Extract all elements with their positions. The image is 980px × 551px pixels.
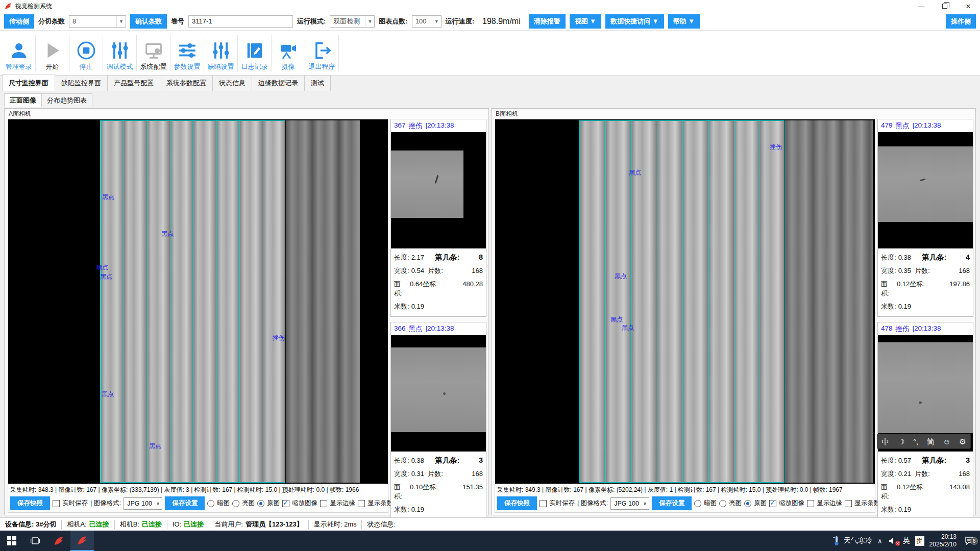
subtab-front-image[interactable]: 正面图像 (4, 93, 42, 107)
tray-date: 2025/2/10 (929, 541, 957, 548)
defect-overlay-label: 黑点 (100, 272, 112, 281)
action-system-config[interactable]: 系统配置 (137, 35, 170, 71)
snapshot-button-a[interactable]: 保存快照 (10, 496, 50, 510)
task-view-button[interactable] (23, 531, 47, 551)
save-settings-button-a[interactable]: 保存设置 (165, 496, 205, 510)
ime-simplified-toggle[interactable]: 简 (927, 438, 935, 445)
radio-original-image-b[interactable] (744, 500, 751, 507)
save-settings-button-b[interactable]: 保存设置 (652, 496, 692, 510)
data-access-menu-button[interactable]: 数据快捷访问 ▼ (605, 14, 664, 29)
restore-button[interactable] (933, 0, 957, 12)
defect-cards-a: 367 挫伤 |20:13:38 长度:2.17第几条:8 宽度:0.54片数:… (390, 119, 486, 513)
defect-type: 挫伤 (409, 121, 423, 131)
taskbar-tray: 天气寒冷 ∧ ✕ 英 拼 20:13 2025/2/10 6 (832, 531, 980, 551)
speed-value: 198.9m/mi (478, 16, 525, 27)
checkbox-realtime-save-b[interactable] (540, 500, 547, 507)
user-icon (9, 41, 29, 60)
snapshot-button-b[interactable]: 保存快照 (497, 496, 537, 510)
thermometer-icon (832, 536, 841, 546)
checkbox-show-edge-b[interactable] (807, 500, 814, 507)
windows-logo-icon (7, 536, 16, 545)
action-log-record[interactable]: 日志记录 (238, 35, 272, 71)
format-label-a: | 图像格式: (90, 499, 121, 508)
status-info-label: 状态信息: (362, 520, 401, 529)
tab-defect-monitor[interactable]: 缺陷监控界面 (55, 75, 108, 91)
ime-settings-gear-icon[interactable]: ⚙ (959, 438, 966, 445)
strip-region-dim-b (785, 120, 873, 483)
action-stop[interactable]: 停止 (69, 35, 103, 71)
language-indicator[interactable]: 英 (903, 536, 910, 545)
action-parameter-settings[interactable]: 参数设置 (170, 35, 204, 71)
tab-system-param-config[interactable]: 系统参数配置 (160, 75, 213, 91)
camera-b-connected-badge: 已连接 (142, 520, 162, 529)
tab-status-info[interactable]: 状态信息 (212, 75, 252, 91)
tab-test[interactable]: 测试 (304, 75, 331, 91)
roll-number-input[interactable] (188, 15, 293, 28)
minimize-button[interactable]: — (910, 0, 933, 12)
subtab-trend-chart[interactable]: 分布趋势图表 (41, 93, 92, 107)
help-menu-button[interactable]: 帮助 ▼ (668, 14, 700, 29)
ime-indicator[interactable]: 拼 (915, 536, 924, 546)
notification-count-badge: 6 (970, 537, 978, 545)
slit-count-select[interactable]: 8▼ (69, 15, 126, 28)
radio-dark-image-a[interactable] (207, 500, 214, 507)
checkbox-realtime-save-a[interactable] (53, 500, 60, 507)
radio-bright-image-b[interactable] (719, 500, 726, 507)
volume-muted-icon[interactable]: ✕ (888, 537, 898, 544)
notification-center-button[interactable]: 6 (962, 537, 977, 545)
taskbar-app-1[interactable] (47, 531, 70, 551)
image-format-select-a[interactable]: JPG 100∨ (124, 497, 162, 510)
app-logo-icon (4, 2, 12, 10)
run-mode-select[interactable]: 双面检测▼ (330, 15, 375, 28)
sliders-vertical-icon (211, 41, 231, 60)
side-left-button[interactable]: 传动侧 (4, 14, 34, 29)
tab-size-monitor[interactable]: 尺寸监控界面 (2, 74, 55, 91)
radio-dark-image-b[interactable] (694, 500, 701, 507)
checkbox-zoom-image-b[interactable] (769, 500, 776, 507)
io-connected-badge: 已连接 (184, 520, 204, 529)
radio-original-image-a[interactable] (257, 500, 264, 507)
checkbox-show-edge-a[interactable] (320, 500, 327, 507)
ime-punctuation-toggle[interactable]: °, (913, 438, 918, 445)
action-admin-login[interactable]: 管理登录 (2, 35, 36, 71)
action-debug-mode[interactable]: 调试模式 (103, 35, 137, 71)
close-button[interactable]: ✕ (957, 0, 980, 12)
action-defect-settings[interactable]: 缺陷设置 (204, 35, 238, 71)
ime-halfwidth-moon-icon[interactable]: ☽ (898, 438, 904, 445)
view-menu-button[interactable]: 视图 ▼ (570, 14, 601, 29)
side-right-button[interactable]: 操作侧 (946, 14, 976, 29)
main-toolbar: 传动侧 分切条数 8▼ 确认条数 卷号 运行模式: 双面检测▼ 图表点数: 10… (0, 12, 980, 31)
confirm-count-button[interactable]: 确认条数 (130, 14, 167, 29)
checkbox-show-strips-b[interactable] (845, 500, 852, 507)
chart-points-select[interactable]: 100▼ (412, 15, 442, 28)
clear-alarm-button[interactable]: 清除报警 (529, 14, 566, 29)
tray-expand-chevron[interactable]: ∧ (877, 537, 883, 545)
chevron-down-icon: ▼ (116, 16, 126, 27)
tab-edge-data-record[interactable]: 边缘数据记录 (252, 75, 305, 91)
radio-bright-image-a[interactable] (232, 500, 239, 507)
panel-a-title: A面相机 (5, 109, 488, 119)
start-button[interactable] (0, 531, 23, 551)
checkbox-zoom-image-a[interactable] (282, 500, 289, 507)
checkbox-show-strips-a[interactable] (358, 500, 365, 507)
stop-icon (77, 41, 96, 60)
taskbar: 天气寒冷 ∧ ✕ 英 拼 20:13 2025/2/10 6 (0, 531, 980, 551)
action-start[interactable]: 开始 (36, 35, 69, 71)
clock[interactable]: 20:13 2025/2/10 (929, 533, 957, 548)
monitor-gear-icon (144, 41, 163, 60)
ime-language-toggle[interactable]: 中 (881, 438, 889, 445)
app-window: 视觉检测系统 — ✕ 传动侧 分切条数 8▼ 确认条数 卷号 运行模式: 双面检… (0, 0, 980, 551)
action-capture[interactable]: 摄像 (272, 35, 305, 71)
device-info: 设备信息: 3#分切 (0, 520, 62, 529)
window-title: 视觉检测系统 (15, 2, 52, 11)
chevron-down-icon: ∨ (156, 500, 160, 506)
image-format-select-b[interactable]: JPG 100∨ (610, 497, 649, 510)
defect-time: |20:13:38 (426, 121, 454, 131)
action-exit-program[interactable]: 退出程序 (305, 35, 339, 71)
task-view-icon (31, 536, 40, 545)
taskbar-app-2-active[interactable] (70, 531, 94, 551)
defect-thumbnail (391, 335, 486, 452)
tab-product-model-config[interactable]: 产品型号配置 (107, 75, 160, 91)
ime-emoji-icon[interactable]: ☺ (943, 438, 950, 445)
weather-widget[interactable]: 天气寒冷 (832, 536, 872, 546)
